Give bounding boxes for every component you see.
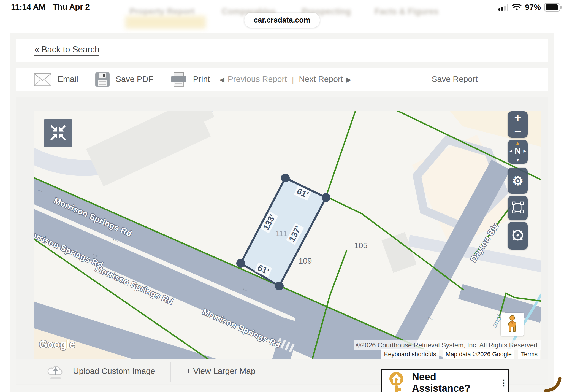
save-report-button[interactable]: Save Report xyxy=(432,74,478,85)
email-button[interactable]: Email xyxy=(58,74,78,85)
need-assistance-label: Need Assistance? xyxy=(412,371,496,392)
status-bar: 11:14 AMThu Apr 2 Property Report Compar… xyxy=(0,0,564,31)
save-pdf-button[interactable]: Save PDF xyxy=(116,74,153,85)
parcel-number-111: 111 xyxy=(275,229,288,238)
save-report-section: Save Report xyxy=(362,68,548,91)
pegman-control[interactable] xyxy=(501,313,524,336)
back-to-search-link[interactable]: « Back to Search xyxy=(34,45,99,56)
compass-down-icon[interactable]: ▾ xyxy=(508,157,528,163)
gear-icon: ⚙ xyxy=(512,173,523,188)
compass-up-icon[interactable]: ▲ xyxy=(508,140,528,146)
previous-report-button[interactable]: Previous Report xyxy=(228,74,287,85)
terms-link[interactable]: Terms xyxy=(518,349,540,359)
battery-icon xyxy=(544,3,560,12)
battery-percent: 97% xyxy=(525,3,541,12)
ghost-tab-facts-figures: Facts & Figures xyxy=(375,7,439,17)
zoom-control: + − xyxy=(508,111,528,138)
next-arrow-icon: ▶ xyxy=(346,76,351,83)
map-card: Morrison Springs Rd Morrison Springs Rd … xyxy=(16,97,548,385)
crosshair-icon xyxy=(510,228,525,244)
cellular-signal-icon xyxy=(498,4,508,11)
compass-right-icon[interactable]: ▸ xyxy=(523,148,526,154)
map-footer-divider xyxy=(170,362,171,382)
pegman-icon xyxy=(506,315,519,334)
crs-key-icon xyxy=(388,371,405,392)
screen: 11:14 AMThu Apr 2 Property Report Compar… xyxy=(0,0,564,392)
map-settings-button[interactable]: ⚙ xyxy=(508,168,528,194)
report-pager: ◀ Previous Report | Next Report ▶ xyxy=(209,68,362,91)
google-logo: Google xyxy=(39,339,75,350)
zoom-in-button[interactable]: + xyxy=(508,111,528,125)
wifi-icon xyxy=(512,3,522,12)
url-text: car.crsdata.com xyxy=(254,16,310,24)
corner-swoosh-graphic xyxy=(543,377,564,392)
map-viewport[interactable]: Morrison Springs Rd Morrison Springs Rd … xyxy=(34,111,541,359)
toolbar-actions: Email Save PDF Print xyxy=(34,68,210,91)
compass-control[interactable]: ▲ ◂ N ▸ ▾ xyxy=(508,140,528,164)
clock: 11:14 AMThu Apr 2 xyxy=(11,2,90,12)
keyboard-shortcuts-link[interactable]: Keyboard shortcuts xyxy=(381,349,439,359)
address-bar[interactable]: car.crsdata.com xyxy=(244,13,320,28)
marquee-icon xyxy=(511,201,525,215)
assistance-menu-icon: ⋮ xyxy=(500,378,508,388)
previous-arrow-icon: ◀ xyxy=(219,76,224,83)
time-text: 11:14 AM xyxy=(11,2,45,11)
upload-cloud-icon xyxy=(47,364,65,380)
map-copyright: ©2026 Courthouse Retrieval System, Inc. … xyxy=(354,340,541,350)
report-toolbar: Email Save PDF Print xyxy=(16,68,548,91)
need-assistance-widget[interactable]: Need Assistance? ⋮ xyxy=(381,369,509,392)
ghost-tab-highlight xyxy=(125,16,206,29)
ghost-tab-property-report: Property Report xyxy=(129,7,194,17)
back-card: « Back to Search xyxy=(16,39,548,62)
view-larger-map-link[interactable]: + View Larger Map xyxy=(186,366,255,377)
parcel-number-105: 105 xyxy=(354,241,367,250)
status-icons: 97% xyxy=(498,3,560,12)
map-attribution-row: Keyboard shortcuts Map data ©2026 Google… xyxy=(381,349,540,359)
zoom-out-button[interactable]: − xyxy=(508,125,528,138)
next-report-button[interactable]: Next Report xyxy=(299,74,343,85)
map-base-layer xyxy=(34,111,541,359)
upload-custom-image-button[interactable]: Upload Custom Image xyxy=(73,366,155,377)
print-button[interactable]: Print xyxy=(193,74,210,85)
select-area-button[interactable] xyxy=(508,196,528,220)
collapse-icon xyxy=(49,124,67,142)
print-icon xyxy=(170,72,187,87)
save-pdf-icon xyxy=(95,72,110,87)
recenter-button[interactable] xyxy=(508,222,528,250)
email-icon xyxy=(34,73,51,86)
collapse-map-button[interactable] xyxy=(44,119,72,147)
parcel-number-109: 109 xyxy=(299,256,312,266)
pager-divider: | xyxy=(292,75,294,84)
date-text: Thu Apr 2 xyxy=(53,2,90,11)
map-data-label: Map data ©2026 Google xyxy=(443,349,514,359)
